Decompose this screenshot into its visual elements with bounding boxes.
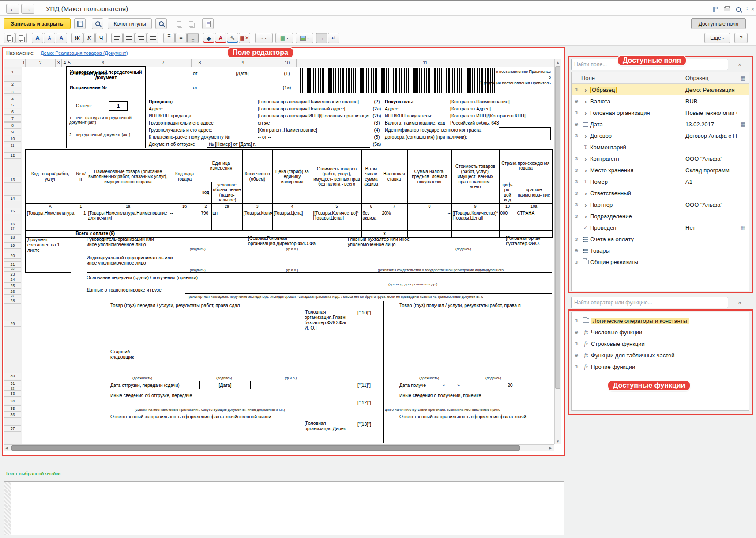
cell-fio-note[interactable]: (ф.и.о.) bbox=[285, 376, 297, 380]
field-row[interactable]: ⊕ Партнер ООО "Альфа" ▦ bbox=[572, 199, 749, 210]
function-search-clear-button[interactable]: × bbox=[735, 298, 744, 307]
items-header-cell[interactable]: Сумма налога, предъяв- ляемая покупателю bbox=[407, 150, 451, 203]
items-header-cell[interactable]: Стоимость товаров (работ, услуг), имущес… bbox=[312, 150, 361, 203]
row-header[interactable]: 13 bbox=[4, 177, 21, 183]
horizontal-scroll-thumb[interactable] bbox=[11, 445, 520, 451]
cell-buyer-value[interactable]: [Контрагент.ИНН]/[Контрагент.КПП] bbox=[450, 113, 551, 118]
cell-note-1a[interactable]: (1а) bbox=[279, 85, 295, 90]
preview-button[interactable] bbox=[733, 4, 744, 15]
cell-accountant-label[interactable]: Главный бухгалтер или иное уполномоченно… bbox=[348, 236, 427, 247]
function-row[interactable]: ⊕ Логические операторы и константы bbox=[572, 315, 749, 326]
row-header[interactable]: 19 bbox=[4, 242, 21, 249]
expand-plus-icon[interactable]: ⊕ bbox=[572, 87, 581, 93]
items-data-cell[interactable]: [Товары.Номенклатура.Наименование для пе… bbox=[87, 210, 169, 230]
items-data-cell[interactable]: СТРАНА bbox=[516, 210, 552, 230]
cell-token-11[interactable]: ["[11]"] bbox=[357, 383, 371, 388]
cell-num[interactable]: (2б) bbox=[371, 113, 383, 118]
cell-responsible-right[interactable]: Ответственный за правильность оформления… bbox=[399, 414, 552, 419]
font-color-button[interactable]: А bbox=[215, 33, 226, 43]
valign-middle-button[interactable]: = bbox=[175, 33, 187, 43]
cell-other-receive[interactable]: Иные сведения о получении, приемке bbox=[399, 393, 552, 398]
expand-plus-icon[interactable]: ⊕ bbox=[572, 190, 581, 196]
row-header[interactable]: 3 bbox=[4, 91, 21, 94]
items-header-cell[interactable]: Цена (тариф) за единицу измерения bbox=[272, 150, 312, 203]
cell-basis-label[interactable]: Основание передачи (сдачи) / получения (… bbox=[87, 275, 198, 280]
table-dropdown[interactable]: ▦▾ bbox=[275, 33, 293, 43]
cell-seller-value[interactable]: он же bbox=[258, 120, 270, 125]
cell-status-note-1[interactable]: 1 – счет-фактура и передаточный документ… bbox=[69, 116, 142, 125]
field-column-header[interactable]: Поле bbox=[581, 75, 685, 81]
items-header-cell[interactable]: Наименование товара (описание выполненны… bbox=[87, 150, 169, 203]
expand-plus-icon[interactable]: ⊕ bbox=[572, 341, 581, 347]
field-row[interactable]: ⊕ Проведен Нет ▦ bbox=[572, 222, 749, 233]
cell-seller-label[interactable]: Грузоотправитель и его адрес: bbox=[149, 120, 214, 125]
cell-fio-note[interactable]: (ф.и.о.) bbox=[286, 268, 298, 272]
col-header[interactable]: 9 bbox=[208, 59, 278, 67]
items-code-cell[interactable]: 10 bbox=[499, 203, 516, 210]
items-header-cell[interactable]: Единица измерения bbox=[200, 150, 242, 182]
cell-contract-id-1[interactable]: Идентификатор государственного контракта… bbox=[385, 127, 482, 133]
align-justify-button[interactable] bbox=[147, 33, 158, 43]
valign-top-button[interactable]: = bbox=[163, 33, 175, 43]
items-data-cell[interactable]: 000 bbox=[499, 210, 516, 230]
align-right-button[interactable] bbox=[135, 33, 147, 43]
cell-accountant-name-2[interactable]: бухгалтер.ФИО. bbox=[506, 241, 552, 246]
print-button[interactable] bbox=[721, 4, 733, 15]
row-header[interactable]: 1 bbox=[4, 69, 21, 75]
row-header[interactable]: 21 bbox=[4, 261, 21, 268]
col-header[interactable]: 3 bbox=[56, 59, 62, 67]
field-row[interactable]: ⊕ Контрагент ООО "Альфа" ▦ bbox=[572, 153, 749, 164]
field-row[interactable]: ⊕ Головная организация Новые технологии … bbox=[572, 107, 749, 118]
choose-icon[interactable]: ▦ bbox=[737, 121, 749, 127]
bold-button[interactable]: Ж bbox=[71, 33, 83, 43]
cell-buyer-label[interactable]: Адрес: bbox=[385, 106, 399, 111]
cell-sign-note[interactable]: (подпись) bbox=[455, 247, 471, 251]
field-row[interactable]: ⊕ Место хранения Склад программ ▦ bbox=[572, 164, 749, 176]
cell-year-20[interactable]: 20 bbox=[508, 383, 513, 388]
cell-seller-label[interactable]: Адрес: bbox=[149, 106, 163, 111]
items-data-cell[interactable]: шт bbox=[211, 210, 242, 230]
back-button[interactable]: ← bbox=[6, 4, 19, 14]
vertical-scroll-thumb[interactable] bbox=[555, 66, 560, 389]
items-header-cell[interactable]: условное обозна-чение (нацио-нальное) bbox=[211, 182, 242, 203]
items-data-cell[interactable]: -- bbox=[169, 210, 200, 230]
cell-sign-note[interactable]: (подпись) bbox=[485, 376, 501, 380]
items-code-cell[interactable]: 3 bbox=[242, 203, 272, 210]
cell-correction-date[interactable]: -- bbox=[207, 85, 277, 90]
expand-plus-icon[interactable]: ⊕ bbox=[572, 110, 581, 116]
items-data-cell[interactable]: -- bbox=[407, 210, 451, 230]
row-header[interactable]: 37 bbox=[4, 425, 21, 432]
expand-plus-icon[interactable]: ⊕ bbox=[572, 352, 581, 358]
expand-plus-icon[interactable]: ⊕ bbox=[572, 330, 581, 335]
col-header[interactable]: 10 bbox=[278, 59, 297, 67]
cell-seller-label[interactable]: ИНН/КПП продавца: bbox=[149, 113, 192, 118]
cell-senior-keeper[interactable]: Старший кладовщик bbox=[110, 349, 146, 360]
items-header-cell[interactable]: краткое наименова- ние bbox=[516, 182, 552, 203]
align-center-button[interactable] bbox=[123, 33, 135, 43]
cell-director-fio[interactable]: [Головная организация.Директор.ФИО.Фами bbox=[305, 421, 346, 443]
function-row[interactable]: ⊕ Числовые функции bbox=[572, 326, 749, 338]
cell-links-note[interactable]: (ссылки на неотъемлемые приложения, сопу… bbox=[135, 408, 285, 412]
items-data-cell[interactable]: 1 bbox=[75, 210, 87, 230]
copy-style-2-button[interactable] bbox=[185, 18, 197, 29]
cell-position-note[interactable]: (должность) bbox=[419, 376, 439, 380]
row-header[interactable]: 17 bbox=[4, 227, 21, 230]
col-header[interactable]: 2 bbox=[26, 59, 56, 67]
row-header[interactable]: 20 bbox=[4, 253, 21, 259]
expand-plus-icon[interactable]: ⊕ bbox=[572, 167, 581, 173]
cell-buyer-label[interactable]: Покупатель: bbox=[385, 99, 414, 104]
items-data-cell[interactable]: [Товары.Количество] bbox=[242, 210, 272, 230]
italic-button[interactable]: К bbox=[83, 33, 95, 43]
items-header-cell[interactable]: Налоговая ставка bbox=[381, 150, 407, 203]
cell-seller-label[interactable]: Грузополучатель и его адрес: bbox=[149, 127, 212, 133]
items-data-cell[interactable]: 796 bbox=[200, 210, 211, 230]
cell-token-12[interactable]: ["[12]"] bbox=[357, 400, 371, 405]
scroll-right-icon[interactable]: ▶ bbox=[547, 444, 553, 451]
field-row[interactable]: ⊕ Валюта RUB ▦ bbox=[572, 95, 749, 107]
cell-receive-date-label[interactable]: Дата получе bbox=[399, 383, 438, 388]
expand-plus-icon[interactable]: ⊕ bbox=[572, 236, 581, 242]
function-row[interactable]: ⊕ Функции для табличных частей bbox=[572, 349, 749, 361]
row-header[interactable]: 29 bbox=[4, 321, 21, 327]
items-header-cell[interactable]: Код вида товара bbox=[169, 150, 200, 203]
items-code-cell[interactable]: 5 bbox=[312, 203, 361, 210]
